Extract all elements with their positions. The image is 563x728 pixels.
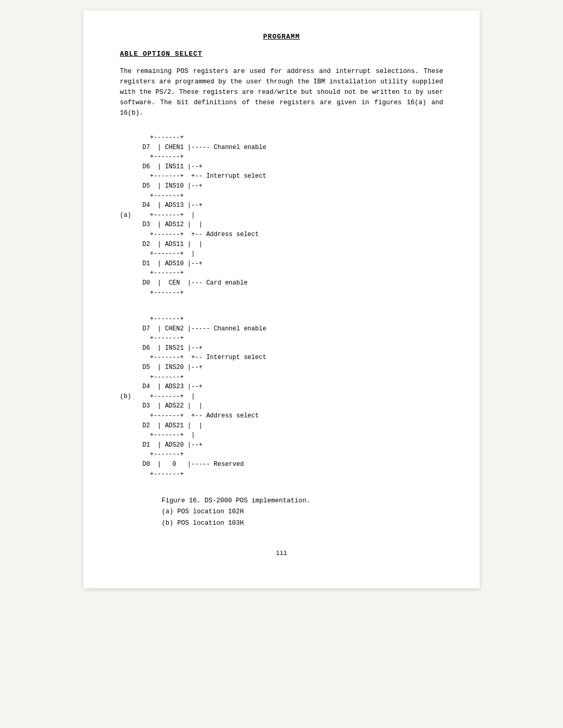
page-number: iii (276, 550, 287, 557)
page-footer: iii (120, 550, 443, 557)
page-title: PROGRAMM (263, 33, 300, 41)
section-heading: ABLE OPTION SELECT (120, 50, 443, 58)
figure-caption-line2: (a) POS location 102H (162, 507, 443, 517)
body-text: The remaining POS registers are used for… (120, 66, 443, 118)
figure-caption-line3: (b) POS location 103H (162, 518, 443, 529)
page-header: PROGRAMM (120, 31, 443, 41)
page-container: PROGRAMM ABLE OPTION SELECT The remainin… (83, 10, 480, 588)
figure-caption-line1: Figure 16. DS-2000 POS implementation. (162, 496, 443, 507)
diagram-b: +-------+ D7 | CHEN2 |----- Channel enab… (120, 314, 443, 479)
diagram-a: +-------+ D7 | CHEN1 |----- Channel enab… (120, 133, 443, 298)
figure-caption: Figure 16. DS-2000 POS implementation. (… (120, 496, 443, 529)
